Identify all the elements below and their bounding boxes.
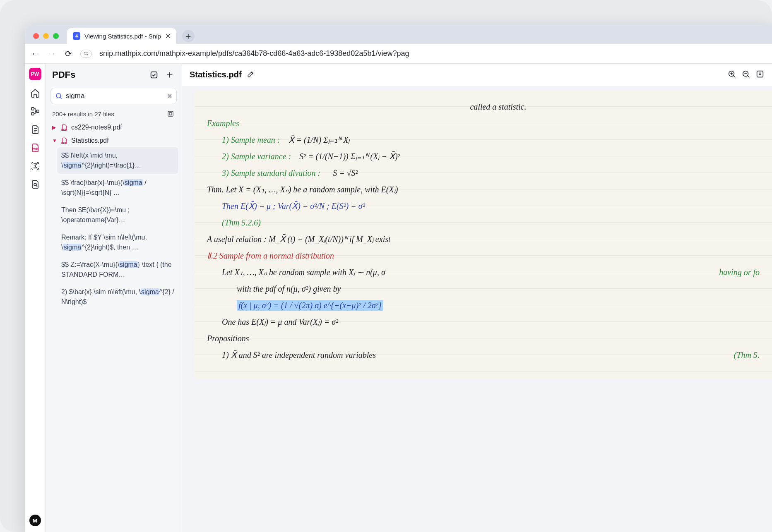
pdf-viewer: Statistics.pdf [182,64,772,532]
tab-strip: 4 Viewing Statistics.pdf - Snip ✕ ＋ [25,25,772,44]
page-scroll[interactable]: called a statistic. Examples 1) Sample m… [182,86,772,532]
side-panel: PDFs ✕ 200+ results in 27 files [46,64,182,532]
add-pdf-button[interactable] [164,69,175,80]
download-button[interactable] [755,69,765,80]
zoom-out-button[interactable] [741,69,750,80]
page-text: Let X₁, …, Xₙ be random sample with Xⱼ ∼… [222,264,385,280]
page-heading: Ⅱ.2 Sample from a normal distribution [207,247,760,264]
svg-rect-6 [36,110,39,113]
home-icon[interactable] [30,88,41,98]
file-results: $$ f\left(x \mid \mu, \sigma^{2}\right)=… [49,147,178,310]
sigma-capture-icon[interactable] [30,161,41,171]
user-avatar[interactable]: M [29,515,41,526]
highlighted-match: f(x | μ, σ²) = (1 / √(2π) σ) e^{−(x−μ)² … [237,300,383,311]
page-text: (Thm 5.2.6) [207,214,760,231]
clear-search-button[interactable]: ✕ [167,92,172,100]
search-box[interactable]: ✕ [51,88,177,104]
page-text: Examples [207,115,760,132]
back-button[interactable]: ← [31,49,40,58]
window-minimize-button[interactable] [43,33,49,39]
document-icon[interactable] [30,124,41,135]
file-node[interactable]: ▶ PDF cs229-notes9.pdf [49,121,178,134]
caret-down-icon: ▼ [52,138,57,144]
window-controls [31,33,64,44]
pdf-file-icon: PDF [60,123,68,132]
image-search-icon[interactable] [30,179,41,189]
page-text: Then E(X̄) = μ ; Var(X̄) = σ²/N ; E(S²) … [207,198,760,214]
page-annotation: (Thm 5. [734,347,760,363]
page-text: with the pdf of n(μ, σ²) given by [207,280,760,297]
collapse-all-button[interactable] [166,109,175,118]
side-panel-title: PDFs [52,69,144,80]
svg-line-20 [734,76,735,77]
page-text: S = √S² [333,168,358,177]
svg-rect-18 [169,113,172,115]
device-frame: 4 Viewing Statistics.pdf - Snip ✕ ＋ ← → … [0,0,772,532]
site-settings-button[interactable] [80,50,92,58]
page-text: One has E(Xⱼ) = μ and Var(Xⱼ) = σ² [207,314,760,330]
svg-point-15 [56,93,61,98]
forward-button[interactable]: → [47,49,56,58]
file-name: Statistics.pdf [71,137,109,144]
window-maximize-button[interactable] [53,33,59,39]
page-text: called a statistic. [207,98,760,115]
tree-icon[interactable] [30,106,41,117]
page-text: 1) X̄ and S² are independent random vari… [222,347,376,363]
file-node[interactable]: ▼ PDF Statistics.pdf [49,134,178,147]
search-result[interactable]: 2) $\bar{x} \sim n\left(\mu, \sigma^{2} … [57,284,178,310]
svg-rect-5 [31,113,34,115]
tab-close-button[interactable]: ✕ [165,32,171,40]
browser-toolbar: ← → ⟳ snip.mathpix.com/mathpix-example/p… [25,44,772,64]
browser-tab[interactable]: 4 Viewing Statistics.pdf - Snip ✕ [67,28,176,44]
address-bar[interactable]: snip.mathpix.com/mathpix-example/pdfs/ca… [99,49,766,58]
rename-button[interactable] [247,70,255,80]
page-annotation: having or fo [719,264,760,280]
search-result[interactable]: $$ Z:=\frac{X-\mu}{\sigma} \text { (the … [57,256,178,283]
svg-rect-12 [151,72,157,78]
search-input[interactable] [66,92,164,100]
search-result[interactable]: $$ f\left(x \mid \mu, \sigma^{2}\right)=… [57,147,178,174]
page-text: 3) Sample standard divation : [222,168,320,177]
page-text: S² = (1/(N−1)) Σⱼ₌₁ᴺ (Xⱼ − X̄)² [299,152,400,161]
caret-right-icon: ▶ [52,125,57,130]
page-text: 1) Sample mean : [222,135,280,144]
svg-line-24 [748,76,749,77]
pdf-page: called a statistic. Examples 1) Sample m… [195,90,772,380]
viewer-header: Statistics.pdf [182,64,772,86]
svg-line-16 [60,97,61,98]
pdf-file-icon: PDF [60,137,68,145]
results-summary: 200+ results in 27 files [52,110,114,117]
search-result[interactable]: $$ \frac{\bar{x}-\mu}{\sigma / \sqrt{N}}… [57,175,178,201]
page-text: Propositions [207,330,760,347]
results-tree: ▶ PDF cs229-notes9.pdf ▼ PDF St [46,121,182,532]
window-close-button[interactable] [33,33,39,39]
search-result[interactable]: Remark: If $Y \sim n\left(\mu, \sigma^{2… [57,229,178,256]
svg-point-10 [34,183,36,186]
page-text: X̄ = (1/N) Σⱼ₌₁ᴺ Xⱼ [289,135,350,144]
page-text: A useful relation : M_X̄ (t) = (M_Xⱼ(t/N… [207,231,760,247]
page-text: Thm. Let X = (X₁, …, Xₙ) be a random sam… [207,181,760,198]
browser-window: 4 Viewing Statistics.pdf - Snip ✕ ＋ ← → … [25,25,772,532]
pdf-icon[interactable]: PDF [30,142,41,153]
workspace-badge[interactable]: PW [29,68,41,80]
results-summary-row: 200+ results in 27 files [46,108,182,121]
zoom-in-button[interactable] [727,69,736,80]
tab-favicon: 4 [73,32,80,40]
reload-button[interactable]: ⟳ [64,49,73,59]
side-panel-header: PDFs [46,64,182,86]
svg-rect-17 [168,111,173,116]
app-body: PW PDF [25,64,772,532]
search-result[interactable]: Then $E(\bar{X})=\mu ; \operatorname{Var… [57,202,178,228]
page-text: 2) Sample variance : [222,152,291,161]
search-icon [55,92,63,100]
nav-rail: PW PDF [25,64,46,532]
svg-rect-4 [31,108,34,110]
file-name: cs229-notes9.pdf [71,124,122,131]
tab-title: Viewing Statistics.pdf - Snip [84,33,161,40]
svg-line-11 [36,186,37,187]
new-tab-button[interactable]: ＋ [182,30,195,42]
select-all-button[interactable] [149,69,159,80]
document-title: Statistics.pdf [190,70,242,79]
